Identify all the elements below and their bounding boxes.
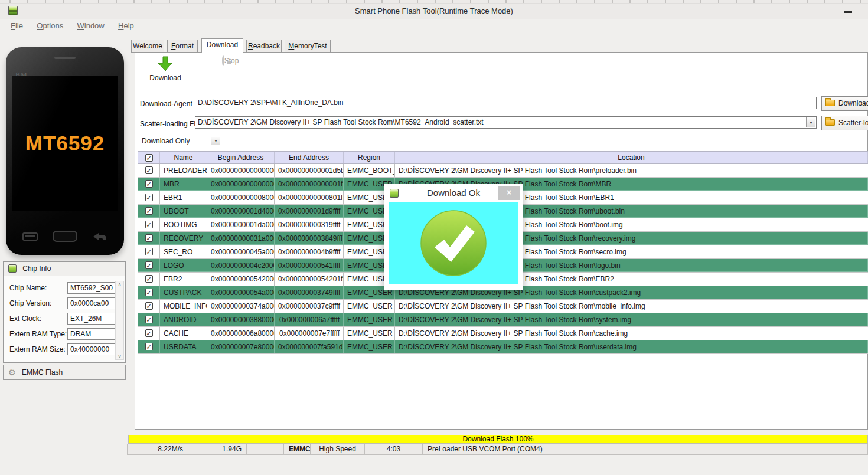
cell-begin-address: 0x00000000374a0000 (207, 300, 275, 313)
progress-bar: Download Flash 100% (128, 435, 868, 444)
chip-info-row: Ext Clock:EXT_26M (4, 313, 115, 326)
cell-end-address: 0x00000000000801ff (275, 191, 344, 204)
row-checkbox-cell: ✓ (138, 232, 160, 245)
emmc-flash-label: EMMC Flash (22, 368, 63, 376)
folder-icon (825, 100, 835, 106)
row-checkbox[interactable]: ✓ (145, 343, 153, 350)
row-checkbox[interactable]: ✓ (145, 194, 153, 201)
row-checkbox-cell: ✓ (138, 178, 160, 191)
row-checkbox[interactable]: ✓ (145, 180, 153, 188)
cell-begin-address: 0x0000000000000000 (207, 178, 275, 191)
tab-download[interactable]: Download (201, 38, 243, 53)
chip-field-label: Ext Clock: (9, 315, 41, 323)
download-agent-browse-button[interactable]: Download A (821, 96, 868, 111)
menu-file[interactable]: File (5, 19, 29, 30)
table-row[interactable]: ✓USRDATA0x000000007e8000000x000000007fa5… (138, 340, 868, 354)
cell-region: EMMC_USER (344, 340, 395, 353)
minimize-button[interactable] (842, 7, 855, 17)
scatter-file-label: Scatter-loading File (140, 120, 201, 128)
chip-info-row: Extern RAM Size:0x40000000 (4, 343, 115, 356)
tab-format[interactable]: Format (167, 40, 198, 53)
status-cell (247, 444, 284, 454)
select-all-checkbox[interactable]: ✓ (145, 154, 153, 162)
cell-location: D:\DİSCOVERY 2\GM Discovery II+ SP Flash… (395, 327, 868, 340)
scroll-down-icon[interactable]: ∨ (118, 353, 122, 359)
menu-help[interactable]: Help (112, 19, 140, 30)
cell-begin-address: 0x00000000054a0000 (207, 286, 275, 299)
status-cell: PreLoader USB VCOM Port (COM4) (423, 444, 867, 454)
window-title: Smart Phone Flash Tool(Runtime Trace Mod… (0, 4, 868, 19)
phone-menu-key-icon (22, 232, 38, 241)
row-checkbox[interactable]: ✓ (145, 302, 153, 310)
table-row[interactable]: ✓MOBILE_INFO0x00000000374a00000x00000000… (138, 300, 868, 313)
header-end-address[interactable]: End Address (275, 152, 344, 163)
cell-name: UBOOT (160, 205, 207, 218)
row-checkbox[interactable]: ✓ (145, 329, 153, 337)
chip-field-value: EXT_26M (67, 313, 116, 325)
header-region[interactable]: Region (344, 152, 395, 163)
row-checkbox[interactable]: ✓ (145, 316, 153, 323)
chevron-down-icon[interactable]: ▼ (806, 117, 815, 127)
cell-location: D:\DİSCOVERY 2\GM Discovery II+ SP Flash… (395, 164, 868, 177)
row-checkbox[interactable]: ✓ (145, 166, 153, 174)
phone-nav-keys (6, 231, 124, 242)
menu-window[interactable]: Window (71, 19, 110, 30)
scroll-up-icon[interactable]: ∧ (118, 281, 122, 287)
row-checkbox[interactable]: ✓ (145, 289, 153, 296)
phone-preview-image: BM MT6592 (6, 47, 124, 255)
cell-end-address: 0x0000000001d9ffff (275, 205, 344, 218)
table-row[interactable]: ✓CACHE0x000000006a8000000x000000007e7fff… (138, 327, 868, 340)
download-mode-value: Download Only (142, 137, 190, 145)
cell-region: EMMC_USER (344, 327, 395, 340)
download-button[interactable]: Download (142, 56, 189, 82)
stop-button[interactable]: Stop (216, 57, 245, 65)
chevron-down-icon[interactable]: ▼ (211, 137, 220, 145)
cell-begin-address: 0x00000000045a0000 (207, 245, 275, 258)
download-ok-dialog: Download Ok × (384, 184, 523, 290)
tab-readback[interactable]: Readback (246, 40, 282, 53)
row-checkbox[interactable]: ✓ (145, 221, 153, 228)
cell-end-address: 0x0000000003849fff (275, 232, 344, 245)
phone-back-key-icon (92, 232, 107, 241)
close-icon[interactable]: × (498, 186, 520, 200)
title-bar: Smart Phone Flash Tool(Runtime Trace Mod… (0, 4, 868, 19)
status-cell: High Speed (311, 444, 365, 454)
download-mode-select[interactable]: Download Only ▼ (139, 136, 221, 146)
row-checkbox[interactable]: ✓ (145, 261, 153, 269)
table-row[interactable]: ✓ANDROID0x00000000388000000x000000006a7f… (138, 313, 868, 327)
download-agent-input[interactable]: D:\DİSCOVERY 2\SPF\MTK_AllInOne_DA.bin (195, 97, 817, 109)
row-checkbox[interactable]: ✓ (145, 234, 153, 242)
scatter-file-combobox[interactable]: D:\DİSCOVERY 2\GM Discovery II+ SP Flash… (195, 116, 817, 129)
menu-options[interactable]: Options (31, 19, 69, 30)
emmc-flash-bar[interactable]: ⚙ EMMC Flash (3, 365, 126, 380)
chip-info-scrollbar[interactable]: ∧ ∨ (115, 281, 124, 360)
row-checkbox[interactable]: ✓ (145, 248, 153, 255)
status-cell: EMMC (284, 444, 311, 454)
scatter-file-browse-button[interactable]: Scatter-loa (821, 116, 868, 130)
toolbar-separator (138, 87, 868, 87)
folder-icon (825, 119, 835, 126)
cell-begin-address: 0x000000007e800000 (207, 340, 275, 353)
header-name[interactable]: Name (160, 152, 207, 163)
header-begin-address[interactable]: Begin Address (207, 152, 275, 163)
cell-end-address: 0x00000000000001ff (275, 178, 344, 191)
row-checkbox[interactable]: ✓ (145, 207, 153, 215)
header-location[interactable]: Location (395, 152, 868, 163)
table-row[interactable]: ✓PRELOADER0x00000000000000000x0000000000… (138, 164, 868, 178)
row-checkbox-cell: ✓ (138, 273, 160, 286)
tab-welcome[interactable]: Welcome (131, 40, 164, 53)
cell-name: ANDROID (160, 313, 207, 326)
cell-begin-address: 0x0000000004c20000 (207, 259, 275, 272)
status-cell: 4:03 (365, 444, 423, 454)
cell-begin-address: 0x0000000005420000 (207, 273, 275, 286)
row-checkbox[interactable]: ✓ (145, 275, 153, 283)
tab-memorytest[interactable]: MemoryTest (285, 40, 331, 53)
row-checkbox-cell: ✓ (138, 191, 160, 204)
chip-info-title: Chip Info (22, 264, 51, 273)
chip-field-value: 0x0000ca00 (67, 297, 116, 309)
cell-begin-address: 0x0000000000080000 (207, 191, 275, 204)
row-checkbox-cell: ✓ (138, 286, 160, 299)
row-checkbox-cell: ✓ (138, 205, 160, 218)
cell-location: D:\DİSCOVERY 2\GM Discovery II+ SP Flash… (395, 313, 868, 326)
cell-begin-address: 0x0000000038800000 (207, 313, 275, 326)
